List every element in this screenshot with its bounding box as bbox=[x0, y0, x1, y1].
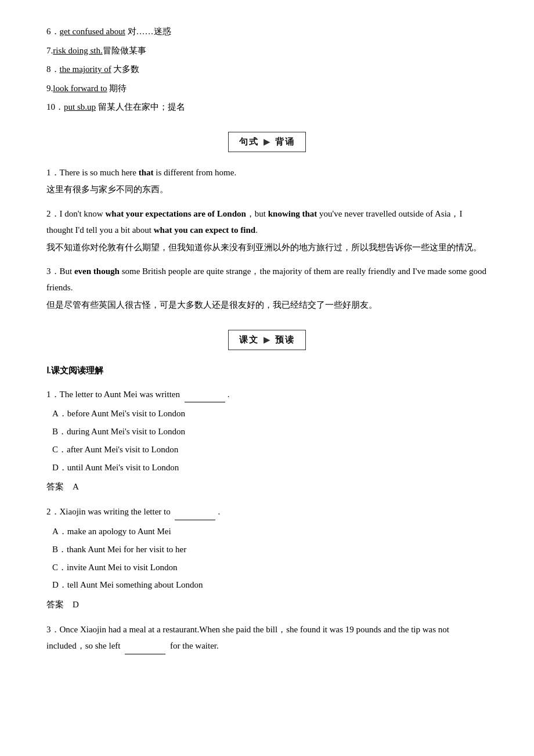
reading-section: Ⅰ.课文阅读理解 1．The letter to Aunt Mei was wr… bbox=[46, 363, 488, 654]
reading-section-header: 课文 ▶ 预读 bbox=[46, 330, 488, 350]
question-block-2: 2．Xiaojin was writing the letter to . A．… bbox=[46, 504, 488, 613]
section2-label2: 预读 bbox=[275, 332, 295, 348]
sentence-3-en: 3．But even though some British people ar… bbox=[46, 264, 488, 296]
question-3-text: 3．Once Xiaojin had a meal at a restauran… bbox=[46, 622, 488, 654]
section1-label2: 背诵 bbox=[275, 134, 295, 150]
question-2-text: 2．Xiaojin was writing the letter to . bbox=[46, 504, 488, 520]
option-1b: B．during Aunt Mei's visit to London bbox=[46, 424, 488, 440]
blank-1 bbox=[185, 402, 225, 402]
section2-arrow: ▶ bbox=[264, 332, 270, 348]
section1-arrow: ▶ bbox=[264, 134, 270, 150]
answer-1: 答案 A bbox=[46, 479, 488, 495]
phrase-item-9: 9.look forward to 期待 bbox=[46, 80, 488, 97]
option-1c: C．after Aunt Mei's visit to London bbox=[46, 442, 488, 458]
option-2b: B．thank Aunt Mei for her visit to her bbox=[46, 542, 488, 558]
section1-label1: 句式 bbox=[239, 134, 259, 150]
blank-2 bbox=[175, 520, 215, 520]
sentence-section: 1．There is so much here that is differen… bbox=[46, 165, 488, 314]
option-1d: D．until Aunt Mei's visit to London bbox=[46, 460, 488, 476]
phrase-8-en: the majority of bbox=[60, 64, 111, 74]
phrase-9-en: look forward to bbox=[53, 84, 107, 93]
phrase-6-en: get confused about bbox=[60, 27, 125, 36]
phrase-item-6: 6．get confused about 对……迷惑 bbox=[46, 23, 488, 40]
phrase-item-10: 10．put sb.up 留某人住在家中；提名 bbox=[46, 99, 488, 116]
phrase-list: 6．get confused about 对……迷惑 7.risk doing … bbox=[46, 23, 488, 116]
sentence-2-en: 2．I don't know what your expectations ar… bbox=[46, 206, 488, 239]
sentence-2-cn: 我不知道你对伦敦有什么期望，但我知道你从来没有到亚洲以外的地方旅行过，所以我想告… bbox=[46, 240, 488, 256]
question-block-3: 3．Once Xiaojin had a meal at a restauran… bbox=[46, 622, 488, 654]
phrase-item-7: 7.risk doing sth.冒险做某事 bbox=[46, 42, 488, 59]
option-2c: C．invite Aunt Mei to visit London bbox=[46, 560, 488, 576]
phrase-item-8: 8．the majority of 大多数 bbox=[46, 61, 488, 78]
blank-3 bbox=[125, 654, 165, 654]
section2-label1: 课文 bbox=[239, 332, 259, 348]
reading-title: Ⅰ.课文阅读理解 bbox=[46, 363, 488, 379]
sentence-1-cn: 这里有很多与家乡不同的东西。 bbox=[46, 182, 488, 198]
option-2d: D．tell Aunt Mei something about London bbox=[46, 577, 488, 593]
sentence-3-cn: 但是尽管有些英国人很古怪，可是大多数人还是很友好的，我已经结交了一些好朋友。 bbox=[46, 297, 488, 314]
option-2a: A．make an apology to Aunt Mei bbox=[46, 524, 488, 540]
sentence-1-en: 1．There is so much here that is differen… bbox=[46, 165, 488, 181]
phrase-10-en: put sb.up bbox=[64, 102, 96, 111]
phrase-7-en: risk doing sth. bbox=[53, 46, 102, 55]
answer-2: 答案 D bbox=[46, 597, 488, 613]
option-1a: A．before Aunt Mei's visit to London bbox=[46, 406, 488, 422]
question-1-text: 1．The letter to Aunt Mei was written . bbox=[46, 387, 488, 403]
question-block-1: 1．The letter to Aunt Mei was written . A… bbox=[46, 387, 488, 495]
sentence-section-header: 句式 ▶ 背诵 bbox=[203, 132, 331, 152]
